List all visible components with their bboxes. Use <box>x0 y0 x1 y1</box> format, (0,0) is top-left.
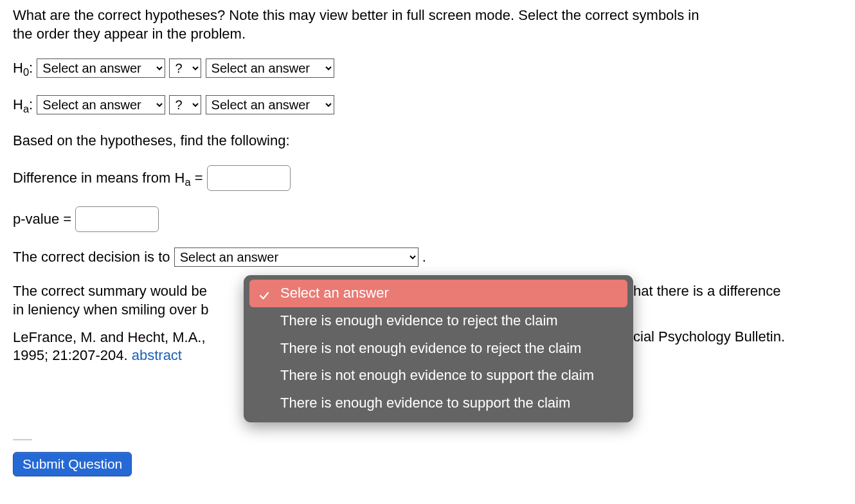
ha-row: Ha: Select an answer ? Select an answer <box>13 95 842 116</box>
dropdown-option[interactable]: There is enough evidence to support the … <box>249 390 627 417</box>
h0-param-select[interactable]: Select an answer <box>37 59 165 78</box>
ha-operator-select[interactable]: ? <box>169 95 201 114</box>
dropdown-option-label: There is not enough evidence to support … <box>280 367 594 383</box>
check-icon <box>258 288 270 300</box>
citation-text-1b: cial Psychology Bulletin. <box>633 328 785 345</box>
question-prompt: What are the correct hypotheses? Note th… <box>13 6 720 43</box>
ha-param-select[interactable]: Select an answer <box>37 95 165 114</box>
based-on-text: Based on the hypotheses, find the follow… <box>13 132 842 150</box>
decision-select[interactable]: Select an answer <box>174 248 419 267</box>
pvalue-label: p-value = <box>13 211 75 227</box>
summary-text-1a: The correct summary would be <box>13 283 207 299</box>
dropdown-option-selected[interactable]: Select an answer <box>249 280 627 307</box>
pvalue-input[interactable] <box>75 206 159 232</box>
dropdown-option-label: Select an answer <box>280 285 389 301</box>
decision-label-post: . <box>422 249 426 265</box>
citation-text-2: 1995; 21:207-204. <box>13 347 132 363</box>
ha-value-select[interactable]: Select an answer <box>206 95 334 114</box>
summary-text-2: in leniency when smiling over b <box>13 302 209 318</box>
abstract-link[interactable]: abstract <box>132 347 182 363</box>
difference-label: Difference in means from Ha = <box>13 170 207 186</box>
h0-operator-select[interactable]: ? <box>169 59 201 78</box>
ha-label: Ha: <box>13 96 37 113</box>
summary-area: The correct summary would be in leniency… <box>13 282 842 430</box>
citation-text-1a: LeFrance, M. and Hecht, M.A., <box>13 329 206 345</box>
summary-text-1b: hat there is a difference <box>633 283 781 299</box>
dropdown-option[interactable]: There is not enough evidence to support … <box>249 362 627 390</box>
submit-question-button[interactable]: Submit Question <box>13 452 132 476</box>
h0-row: H0: Select an answer ? Select an answer <box>13 59 842 80</box>
difference-input[interactable] <box>207 165 291 191</box>
h0-label: H0: <box>13 60 37 76</box>
h0-value-select[interactable]: Select an answer <box>206 59 334 78</box>
divider <box>13 439 32 440</box>
decision-label-pre: The correct decision is to <box>13 249 174 265</box>
pvalue-row: p-value = <box>13 206 842 232</box>
dropdown-option[interactable]: There is enough evidence to reject the c… <box>249 307 627 335</box>
dropdown-option-label: There is not enough evidence to reject t… <box>280 340 581 356</box>
dropdown-option[interactable]: There is not enough evidence to reject t… <box>249 335 627 363</box>
dropdown-option-label: There is enough evidence to support the … <box>280 395 570 411</box>
summary-dropdown-popup[interactable]: Select an answer There is enough evidenc… <box>244 276 633 422</box>
dropdown-option-label: There is enough evidence to reject the c… <box>280 312 558 328</box>
decision-row: The correct decision is to Select an ans… <box>13 248 842 267</box>
difference-row: Difference in means from Ha = <box>13 165 842 191</box>
